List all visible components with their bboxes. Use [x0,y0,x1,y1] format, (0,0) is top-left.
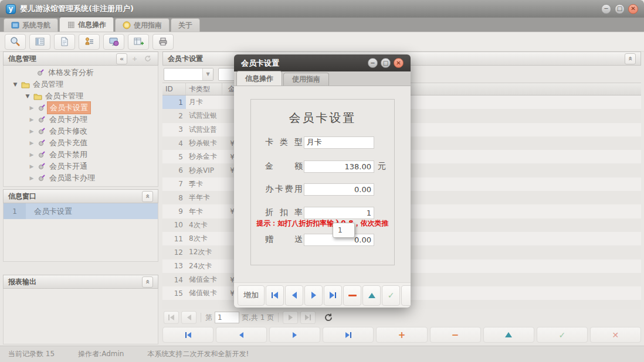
cross-icon: ✕ [612,330,619,340]
dialog-toolbar: 增加 ✓ [234,282,411,308]
status-bar: 当前记录数 15 操作者:Admin 本系统支持二次开发和全新开发! [0,346,644,362]
close-button[interactable]: ✕ [628,4,638,14]
tree-item-label: 会员卡修改 [47,125,90,137]
maximize-button[interactable]: □ [615,4,625,14]
page-number-input[interactable] [215,312,239,323]
tree-item-card-disable[interactable]: ▶ 会员卡禁用 [4,149,158,160]
add-record-button[interactable]: 增加 [238,285,265,306]
maximize-icon: □ [617,6,622,12]
clock-icon [123,21,131,29]
expander-closed-icon[interactable]: ▶ [28,175,35,181]
dialog-next-button[interactable] [304,285,323,306]
document-icon [59,36,70,47]
document-button[interactable] [54,34,75,50]
minimize-icon: − [604,6,608,12]
prev-page-button[interactable] [181,311,196,324]
tree-item-card-enable[interactable]: ▶ 会员卡开通 [4,160,158,172]
dialog-tab-user-guide[interactable]: 使用指南 [283,73,329,86]
dialog-delete-button[interactable] [343,285,361,306]
tree-item-card-setting[interactable]: ▶ 会员卡设置 [4,102,158,114]
tab-user-guide[interactable]: 使用指南 [115,18,170,32]
tree-item-card-recharge[interactable]: ▶ 会员卡充值 [4,137,158,149]
printer-button[interactable] [152,34,174,50]
card-fee-field[interactable]: 0.00 [304,183,374,196]
edit-record-button[interactable] [483,327,534,343]
refresh-button[interactable] [324,313,333,322]
dialog-close-button[interactable]: ✕ [394,58,404,68]
last-page-button[interactable] [300,311,316,324]
tree-item-growth-analysis[interactable]: 体格发育分析 [4,67,158,78]
expander-open-icon[interactable]: ▼ [12,81,19,87]
delete-record-button[interactable]: − [430,327,481,343]
dialog-last-button[interactable] [324,285,342,306]
dialog-body: 会员卡设置 卡 类 型 月卡 金 额 138.00 元 办卡费用 0.00 折 … [234,86,411,282]
tab-about[interactable]: 关于 [171,18,200,32]
first-record-button[interactable] [162,327,213,343]
monitor-icon [109,36,119,47]
close-icon: ✕ [396,60,401,66]
card-type-field[interactable]: 月卡 [304,136,374,149]
expander-closed-icon[interactable]: ▶ [28,105,35,111]
filter-combo-1[interactable]: ▼ [164,68,213,81]
last-record-icon [350,332,351,338]
tab-system-nav[interactable]: 系统导航 [4,18,58,32]
collapse-report-button[interactable]: « [142,276,153,288]
table-add-button[interactable] [128,34,149,50]
prev-record-button[interactable] [216,327,267,343]
dialog-confirm-button[interactable]: ✓ [382,285,400,306]
add-button[interactable]: + [129,53,140,64]
page-suffix-label: 页,共 1 页 [242,313,274,323]
dialog-minimize-button[interactable]: − [368,58,378,68]
main-toolbar [0,32,644,52]
next-page-button[interactable] [283,311,298,324]
tab-info-operation[interactable]: 信息操作 [59,17,114,32]
minimize-button[interactable]: − [601,4,611,14]
column-header-id[interactable]: ID [162,83,186,95]
collapse-sidebar-button[interactable]: « [116,53,127,64]
dialog-tab-info-operation[interactable]: 信息操作 [236,71,282,86]
column-header-type[interactable]: 卡类型 [186,83,222,95]
search-button[interactable] [5,34,26,50]
first-record-icon [185,332,187,338]
amount-label: 金 额 [265,161,303,172]
expander-closed-icon[interactable]: ▶ [28,152,35,158]
monitor-button[interactable] [103,34,124,50]
dialog-first-button[interactable] [266,285,284,306]
collapse-info-window-button[interactable]: « [142,191,153,202]
tree-item-label: 会员管理 [30,78,66,90]
application-window: y 婴儿游泳馆管理系统(非注册用户) − □ ✕ 系统导航 信息操作 使用指南 … [0,0,644,362]
minimize-icon: − [370,60,375,66]
chevron-down-icon[interactable]: ▼ [202,69,213,80]
expander-closed-icon[interactable]: ▶ [28,163,35,169]
info-window-row[interactable]: 1 会员卡设置 [4,203,158,219]
cancel-button[interactable]: ✕ [590,327,641,343]
expander-closed-icon[interactable]: ▶ [28,140,35,146]
dialog-maximize-button[interactable]: □ [381,58,391,68]
tree-item-card-return[interactable]: ▶ 会员退卡办理 [4,172,158,184]
expander-closed-icon[interactable]: ▶ [28,117,35,122]
expander-open-icon[interactable]: ▼ [24,93,31,99]
tree-item-card-management[interactable]: ▼ 会员卡管理 [4,90,158,102]
wand-icon [38,128,45,135]
tree-item-card-apply[interactable]: ▶ 会员卡办理 [4,114,158,125]
insert-record-button[interactable]: + [376,327,427,343]
refresh-tree-button[interactable] [142,53,153,64]
first-page-button[interactable] [164,311,179,324]
tree-item-card-modify[interactable]: ▶ 会员卡修改 [4,125,158,137]
amount-field[interactable]: 138.00 [304,160,374,173]
expander-closed-icon[interactable]: ▶ [28,128,35,134]
next-record-button[interactable] [269,327,320,343]
first-page-icon [168,315,170,320]
tab-label: 使用指南 [134,21,162,30]
dialog-prev-button[interactable] [285,285,303,306]
last-record-button[interactable] [323,327,374,343]
table-view-button[interactable] [29,34,50,50]
discount-field[interactable]: 1 [304,207,374,219]
prev-page-icon [187,315,191,320]
user-settings-button[interactable] [79,34,100,50]
confirm-button[interactable]: ✓ [537,327,588,343]
tree-item-member-management[interactable]: ▼ 会员管理 [4,78,158,90]
dialog-edit-button[interactable] [362,285,381,306]
dialog-extra-button[interactable] [401,285,411,306]
collapse-content-button[interactable]: « [625,53,636,64]
